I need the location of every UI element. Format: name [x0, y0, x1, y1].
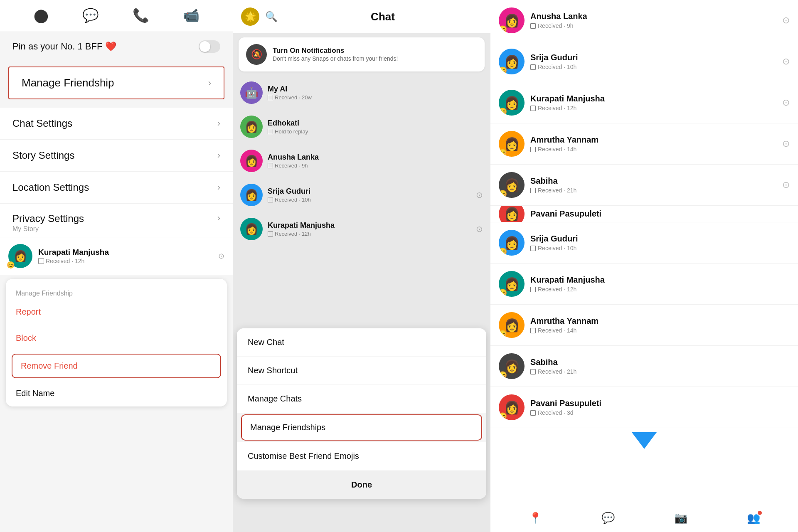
right-item2-sabiha[interactable]: 👩 😊 Sabiha Received · 21h: [490, 346, 798, 387]
r2-sabiha-sq: [530, 369, 536, 374]
edhokati-avatar: 👩: [240, 116, 263, 138]
right-item-anusha[interactable]: 👩 😊 Anusha Lanka Received · 9h ⊙: [490, 0, 798, 41]
chat-item-anusha[interactable]: 👩 Anusha Lanka Received · 9h: [233, 144, 490, 178]
right-kmanjusha-avatar: 👩 😊: [499, 90, 525, 116]
right-item-amrutha[interactable]: 👩 😊 Amrutha Yannam Received · 14h ⊙: [490, 123, 798, 165]
pin-bff-row[interactable]: Pin as your No. 1 BFF ❤️: [0, 31, 233, 62]
notification-banner[interactable]: 🔕 Turn On Notifications Don't miss any S…: [239, 37, 485, 71]
edhokati-info: Edhokati Hold to replay: [268, 119, 483, 135]
r2-pavani-sq: [530, 410, 536, 416]
right2-kmanjusha-name: Kurapati Manjusha: [530, 275, 790, 285]
right-srija-emoji: 😊: [499, 66, 507, 74]
myai-info: My AI Received · 20w: [268, 85, 483, 101]
right-anusha-status: Received · 9h: [530, 22, 776, 29]
right-item2-amrutha[interactable]: 👩 😊 Amrutha Yannam Received · 14h: [490, 305, 798, 346]
location-settings-chevron: ›: [217, 182, 220, 193]
right-item-sabiha[interactable]: 👩 😊 Sabiha Received · 21h ⊙: [490, 165, 798, 206]
anusha-name: Anusha Lanka: [268, 153, 483, 162]
manjusha-status: Received · 12h: [38, 258, 218, 264]
manage-chats-item[interactable]: Manage Chats: [237, 385, 486, 413]
edhokati-status-icon: [268, 129, 273, 134]
right2-pavani-emoji: 😊: [499, 412, 507, 420]
right-amrutha-emoji: 😊: [499, 148, 507, 157]
pin-toggle[interactable]: [199, 40, 220, 53]
right2-sabiha-avatar: 👩 😊: [499, 353, 525, 379]
chat-icon[interactable]: 💬: [82, 7, 99, 23]
kmanjusha-status-icon: [268, 231, 273, 236]
camera-icon[interactable]: ⬤: [34, 7, 49, 23]
chat-item-srija[interactable]: 👩 Srija Guduri Received · 10h ⊙: [233, 178, 490, 212]
new-shortcut-item[interactable]: New Shortcut: [237, 357, 486, 384]
right2-pavani-info: Pavani Pasupuleti Received · 3d: [530, 399, 790, 416]
notif-icon: 🔕: [246, 44, 267, 65]
chat-item-kmanjusha[interactable]: 👩 Kurapati Manjusha Received · 12h ⊙: [233, 212, 490, 246]
right-sabiha-cam[interactable]: ⊙: [782, 180, 790, 190]
srija-cam-icon[interactable]: ⊙: [476, 190, 483, 200]
right-pavani-avatar-partial: 👩: [499, 206, 525, 222]
right-kmanjusha-status: Received · 12h: [530, 105, 776, 111]
right-sabiha-emoji: 😊: [499, 190, 507, 198]
pin-label: Pin as your No. 1 BFF ❤️: [12, 41, 116, 52]
right2-sabiha-emoji: 😊: [499, 371, 507, 379]
chat-nav-icon[interactable]: 💬: [601, 512, 615, 525]
srija-status: Received · 10h: [268, 197, 471, 203]
chat-settings-chevron: ›: [217, 118, 220, 129]
r-sabiha-sq: [530, 188, 536, 193]
search-icon[interactable]: 🔍: [265, 11, 278, 22]
edit-name-item[interactable]: Edit Name: [6, 381, 227, 402]
right2-sabiha-status: Received · 21h: [530, 368, 790, 375]
popup-menu: New Chat New Shortcut Manage Chats Manag…: [237, 328, 486, 499]
notif-subtitle: Don't miss any Snaps or chats from your …: [273, 55, 398, 62]
manage-friendships-item[interactable]: Manage Friendships: [241, 414, 482, 441]
right2-pavani-name: Pavani Pasupuleti: [530, 399, 790, 408]
phone-icon[interactable]: 📞: [133, 7, 149, 23]
manage-friendship-row[interactable]: Manage Friendship ›: [8, 66, 224, 99]
myai-status: Received · 20w: [268, 94, 483, 101]
remove-friend-btn[interactable]: Remove Friend: [12, 354, 221, 378]
anusha-info: Anusha Lanka Received · 9h: [268, 153, 483, 169]
right2-srija-info: Srija Guduri Received · 10h: [530, 234, 790, 251]
right-item-srija[interactable]: 👩 😊 Srija Guduri Received · 10h ⊙: [490, 41, 798, 82]
right-item-pavani-partial: 👩 Pavani Pasupuleti: [490, 206, 798, 222]
right-kmanjusha-emoji: 😊: [499, 107, 507, 116]
manjusha-emoji-overlay: 😊: [7, 261, 15, 269]
right-item2-srija[interactable]: 👩 😊 Srija Guduri Received · 10h: [490, 222, 798, 264]
right-kmanjusha-cam[interactable]: ⊙: [782, 97, 790, 108]
right2-sabiha-info: Sabiha Received · 21h: [530, 357, 790, 375]
customise-emojis-item[interactable]: Customise Best Friend Emojis: [237, 442, 486, 470]
right-amrutha-cam[interactable]: ⊙: [782, 138, 790, 149]
story-settings-label: Story Settings: [12, 150, 74, 161]
story-settings-row[interactable]: Story Settings ›: [0, 140, 233, 172]
top-icons-bar: ⬤ 💬 📞 📹: [0, 0, 233, 31]
chat-settings-row[interactable]: Chat Settings ›: [0, 108, 233, 140]
chat-item-edhokati[interactable]: 👩 Edhokati Hold to replay: [233, 110, 490, 144]
video-icon[interactable]: 📹: [183, 7, 200, 23]
right-item2-pavani[interactable]: 👩 😊 Pavani Pasupuleti Received · 3d: [490, 387, 798, 428]
kmanjusha-info: Kurapati Manjusha Received · 12h: [268, 221, 471, 237]
new-chat-item[interactable]: New Chat: [237, 328, 486, 356]
right-item2-kmanjusha[interactable]: 👩 😊 Kurapati Manjusha Received · 12h: [490, 264, 798, 305]
report-item[interactable]: Report: [6, 299, 227, 325]
right-anusha-cam[interactable]: ⊙: [782, 15, 790, 26]
right-item-kmanjusha[interactable]: 👩 😊 Kurapati Manjusha Received · 12h ⊙: [490, 82, 798, 123]
kmanjusha-cam-icon[interactable]: ⊙: [476, 224, 483, 234]
camera-nav-icon[interactable]: 📷: [674, 512, 687, 525]
right-amrutha-name: Amrutha Yannam: [530, 135, 776, 145]
popup-done-btn[interactable]: Done: [237, 471, 486, 499]
anusha-status: Received · 9h: [268, 163, 483, 169]
location-settings-row[interactable]: Location Settings ›: [0, 172, 233, 204]
center-panel: 🌟 🔍 Chat 🔕 Turn On Notifications Don't m…: [233, 0, 490, 532]
location-nav-icon[interactable]: 📍: [529, 512, 542, 525]
right-srija-name: Srija Guduri: [530, 53, 776, 62]
block-item[interactable]: Block: [6, 325, 227, 351]
srija-status-icon: [268, 197, 273, 202]
chat-list-item-manjusha[interactable]: 👩 😊 Kurapati Manjusha Received · 12h ⊙: [0, 237, 233, 275]
manjusha-cam-icon[interactable]: ⊙: [218, 251, 224, 261]
arrow-down-icon: [632, 432, 657, 449]
right-amrutha-info: Amrutha Yannam Received · 14h: [530, 135, 776, 153]
right-srija-cam[interactable]: ⊙: [782, 56, 790, 67]
chat-item-myai[interactable]: 🤖 My AI Received · 20w: [233, 76, 490, 110]
privacy-settings-row[interactable]: Privacy Settings My Story ›: [0, 204, 233, 237]
right-kmanjusha-info: Kurapati Manjusha Received · 12h: [530, 94, 776, 111]
chat-settings-label: Chat Settings: [12, 118, 72, 129]
